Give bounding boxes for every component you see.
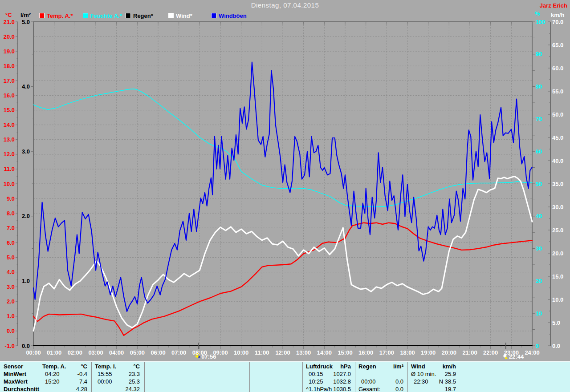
svg-text:11.0: 11.0: [4, 166, 15, 172]
svg-text:21.0: 21.0: [4, 19, 15, 25]
svg-text:0.0: 0.0: [22, 343, 30, 349]
svg-text:8.0: 8.0: [7, 210, 15, 217]
stats-col-header: Windkm/h: [407, 363, 460, 370]
svg-text:1.0: 1.0: [22, 278, 30, 284]
svg-text:45.0: 45.0: [552, 134, 563, 141]
plot-area[interactable]: 21.020.019.018.017.016.015.014.013.012.0…: [0, 0, 570, 361]
stats-cell: ^1.1hPa/h1030.5: [302, 385, 355, 392]
stats-cell: 22:30N 38.5: [407, 378, 460, 385]
stats-cell: 00:151027.0: [302, 370, 355, 378]
stats-cell: 15:5523.3: [91, 370, 144, 378]
x-axis-label: 03:00: [88, 349, 103, 356]
table-separator: [249, 362, 250, 392]
x-axis-label: 05:00: [130, 349, 145, 356]
stats-cell: Gesamt:0.0: [355, 385, 407, 392]
svg-text:50.0: 50.0: [552, 111, 563, 118]
svg-text:30.0: 30.0: [552, 204, 563, 210]
x-axis-label: 16:00: [358, 349, 373, 356]
svg-text:5.0: 5.0: [552, 319, 560, 326]
stats-table: SensorMinWertMaxWertDurchschnittTemp. A.…: [0, 361, 570, 392]
x-axis-label: 10:00: [234, 349, 248, 356]
svg-text:1.0: 1.0: [7, 313, 15, 319]
svg-text:20.0: 20.0: [4, 33, 15, 40]
svg-text:19.0: 19.0: [4, 48, 15, 55]
svg-text:5.0: 5.0: [7, 254, 15, 261]
svg-text:70: 70: [536, 116, 542, 122]
svg-text:-1.0: -1.0: [5, 343, 15, 349]
stats-col-header: Regenl/m²: [355, 363, 407, 370]
svg-text:60: 60: [536, 148, 542, 155]
x-axis-label: 06:00: [151, 349, 165, 356]
svg-text:60.0: 60.0: [552, 65, 563, 72]
table-separator: [197, 362, 197, 392]
x-axis-label: 12:00: [275, 349, 290, 356]
x-axis-label: 02:00: [68, 349, 82, 356]
svg-text:5.0: 5.0: [22, 19, 30, 25]
x-axis-label: 20:00: [442, 349, 456, 356]
svg-text:80: 80: [536, 83, 542, 90]
stats-row-label: MaxWert: [4, 378, 28, 385]
svg-text:55.0: 55.0: [552, 88, 563, 95]
svg-text:50: 50: [536, 181, 542, 187]
svg-text:3.0: 3.0: [22, 148, 30, 155]
svg-text:0.0: 0.0: [7, 327, 15, 334]
stats-cell: 24.32: [91, 385, 144, 392]
svg-text:15.0: 15.0: [552, 273, 563, 280]
svg-text:20.0: 20.0: [552, 250, 563, 257]
svg-text:0.0: 0.0: [552, 343, 560, 349]
svg-text:18.0: 18.0: [4, 63, 15, 69]
weather-chart-page: Dienstag, 07.04.2015 Jarz Erich °C l/m² …: [0, 0, 570, 392]
marker-time-label: 22:44: [509, 353, 524, 360]
x-axis-label: 11:00: [255, 349, 269, 356]
marker-time-label: 07:56: [201, 353, 216, 360]
stats-cell: 4.28: [39, 385, 91, 392]
x-axis-label: 18:00: [400, 349, 415, 356]
svg-text:13.0: 13.0: [4, 136, 15, 143]
x-axis-label: 19:00: [421, 349, 436, 356]
svg-text:10.0: 10.0: [4, 181, 15, 187]
x-axis-label: 15:00: [338, 349, 352, 356]
stats-row-label: MinWert: [4, 370, 26, 378]
x-axis-label: 01:00: [47, 349, 61, 356]
x-axis-label: 07:00: [171, 349, 186, 356]
rain-axis: 5.04.03.02.01.00.0: [22, 19, 33, 349]
svg-text:25.0: 25.0: [552, 227, 563, 234]
svg-text:35.0: 35.0: [552, 181, 563, 187]
humidity-axis: 1009080706050403020100: [533, 19, 546, 349]
stats-cell: 04:20-0.4: [39, 370, 91, 378]
svg-text:65.0: 65.0: [552, 42, 563, 48]
svg-text:4.0: 4.0: [7, 269, 15, 275]
x-axis-label: 14:00: [317, 349, 332, 356]
stats-cell: Ø 10 min.25.9: [407, 370, 460, 378]
gridlines: [33, 22, 532, 346]
stats-col-header: Temp. A.°C: [39, 363, 91, 370]
svg-text:40.0: 40.0: [552, 158, 563, 164]
svg-text:2.0: 2.0: [7, 298, 15, 305]
svg-text:90: 90: [536, 51, 542, 57]
stats-cell: [355, 370, 407, 378]
stats-cell: 19.7: [407, 385, 460, 392]
stats-cell: 15:207.4: [39, 378, 91, 385]
x-axis-label: 22:00: [483, 349, 498, 356]
svg-text:9.0: 9.0: [7, 195, 15, 202]
svg-text:3.0: 3.0: [7, 283, 15, 290]
stats-col-header: Temp. I.°C: [91, 363, 144, 370]
wind-axis: 70.065.060.055.050.045.040.035.030.025.0…: [548, 19, 564, 349]
svg-text:7.0: 7.0: [7, 225, 15, 231]
svg-text:70.0: 70.0: [552, 19, 563, 25]
svg-text:6.0: 6.0: [7, 239, 15, 246]
x-axis-label: 21:00: [462, 349, 477, 356]
svg-text:15.0: 15.0: [4, 107, 15, 113]
svg-text:16.0: 16.0: [4, 92, 15, 99]
svg-text:100: 100: [536, 19, 546, 25]
svg-text:40: 40: [536, 213, 542, 219]
svg-text:10.0: 10.0: [552, 296, 563, 303]
stats-col-header: LuftdruckhPa: [302, 363, 355, 370]
stats-cell: 10:251032.8: [302, 378, 355, 385]
stats-cell: 00:0025.3: [91, 378, 144, 385]
x-axis-label: 00:00: [26, 349, 41, 356]
svg-text:17.0: 17.0: [4, 77, 15, 84]
svg-text:20: 20: [536, 278, 542, 284]
x-axis-label: 13:00: [296, 349, 311, 356]
svg-text:2.0: 2.0: [22, 213, 30, 219]
